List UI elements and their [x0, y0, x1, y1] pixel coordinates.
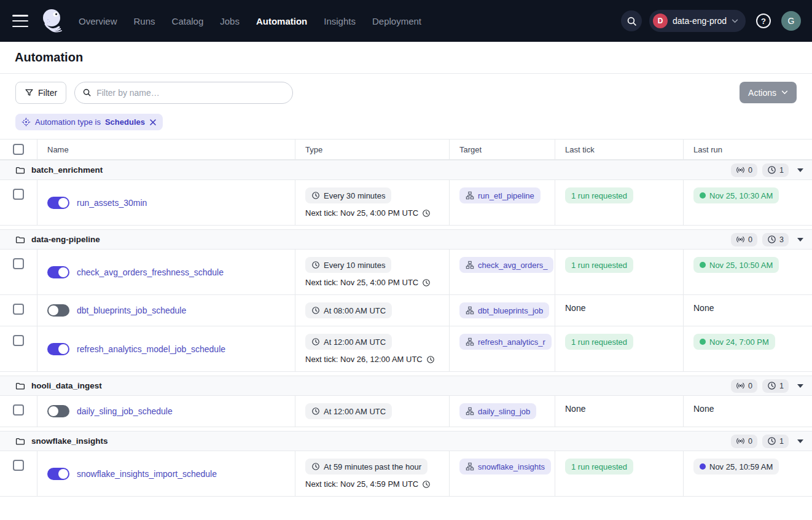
nav-item-overview[interactable]: Overview — [79, 16, 117, 26]
sensor-icon — [736, 436, 745, 446]
table-row: daily_sling_job_schedule At 12:00 AM UTC… — [0, 396, 812, 427]
schedule-name-link[interactable]: daily_sling_job_schedule — [77, 406, 173, 416]
target-label: check_avg_orders_ — [478, 261, 547, 270]
schedule-toggle[interactable] — [47, 304, 69, 317]
automation-type-filter-tag[interactable]: Automation type is Schedules — [15, 114, 163, 130]
sensor-count-badge: 0 — [731, 163, 757, 177]
target-pill[interactable]: daily_sling_job — [459, 403, 536, 419]
nav-right-controls: D data-eng-prod ? G — [621, 10, 801, 32]
schedule-count-badge: 1 — [762, 163, 789, 177]
last-run-pill[interactable]: Nov 24, 7:00 PM — [693, 334, 775, 350]
schedule-type-pill: Every 30 minutes — [305, 187, 391, 203]
filter-button[interactable]: Filter — [15, 82, 66, 104]
filter-button-label: Filter — [38, 88, 57, 98]
column-header-name: Name — [37, 140, 295, 159]
last-run-none: None — [693, 302, 714, 313]
row-checkbox[interactable] — [13, 258, 24, 269]
close-icon[interactable] — [149, 119, 157, 126]
row-checkbox[interactable] — [13, 189, 24, 200]
last-tick-pill[interactable]: 1 run requested — [565, 257, 633, 273]
collapse-group-caret-icon[interactable] — [797, 168, 803, 172]
target-pill[interactable]: snowflake_insights — [459, 459, 551, 475]
menu-icon[interactable] — [12, 15, 28, 27]
select-all-checkbox[interactable] — [13, 144, 24, 155]
group-name: batch_enrichment — [31, 165, 103, 175]
nav-item-catalog[interactable]: Catalog — [172, 16, 204, 26]
last-tick-pill[interactable]: 1 run requested — [565, 334, 633, 350]
actions-button[interactable]: Actions — [740, 82, 797, 103]
row-checkbox[interactable] — [13, 335, 24, 346]
user-avatar[interactable]: G — [781, 11, 801, 31]
schedule-name-link[interactable]: refresh_analytics_model_job_schedule — [77, 344, 225, 354]
target-label: refresh_analytics_r — [478, 337, 545, 347]
search-icon — [627, 16, 637, 26]
clock-icon — [422, 480, 431, 489]
table-row: run_assets_30min Every 30 minutes Next t… — [0, 180, 812, 226]
schedule-count: 3 — [779, 235, 784, 244]
schedule-count: 1 — [779, 166, 784, 175]
collapse-group-caret-icon[interactable] — [797, 384, 803, 388]
dagster-logo-icon[interactable] — [38, 6, 65, 36]
nav-item-runs[interactable]: Runs — [134, 16, 155, 26]
clock-icon — [311, 407, 320, 416]
deployment-avatar: D — [653, 14, 668, 28]
target-pill[interactable]: dbt_blueprints_job — [459, 302, 549, 318]
last-run-pill[interactable]: Nov 25, 10:30 AM — [693, 187, 779, 203]
schedule-name-link[interactable]: dbt_blueprints_job_schedule — [77, 305, 186, 315]
target-label: daily_sling_job — [478, 407, 530, 416]
job-icon — [466, 306, 474, 315]
schedule-name-link[interactable]: run_assets_30min — [77, 198, 147, 208]
schedule-toggle[interactable] — [47, 266, 69, 278]
folder-icon — [15, 235, 25, 245]
schedule-toggle[interactable] — [47, 468, 69, 480]
table-row: refresh_analytics_model_job_schedule At … — [0, 326, 812, 372]
last-run-none: None — [693, 403, 714, 414]
help-button[interactable]: ? — [753, 10, 774, 31]
schedule-name-link[interactable]: check_avg_orders_freshness_schdule — [77, 267, 224, 277]
nav-item-automation[interactable]: Automation — [256, 16, 307, 26]
name-filter-input[interactable] — [96, 88, 285, 98]
search-icon — [82, 88, 92, 97]
last-run-pill[interactable]: Nov 25, 10:59 AM — [693, 459, 779, 475]
schedule-toggle[interactable] — [47, 405, 69, 417]
table-row: snowflake_insights_import_schedule At 59… — [0, 451, 812, 497]
row-checkbox[interactable] — [13, 460, 24, 471]
nav-item-insights[interactable]: Insights — [324, 16, 356, 26]
last-tick-pill[interactable]: 1 run requested — [565, 187, 633, 203]
target-label: dbt_blueprints_job — [478, 306, 543, 315]
nav-item-jobs[interactable]: Jobs — [220, 16, 240, 26]
last-tick-pill[interactable]: 1 run requested — [565, 459, 633, 475]
deployment-switcher[interactable]: D data-eng-prod — [649, 10, 746, 32]
schedule-type-label: At 08:00 AM UTC — [324, 306, 386, 315]
clock-icon — [767, 165, 776, 175]
schedule-name-link[interactable]: snowflake_insights_import_schedule — [77, 469, 217, 479]
schedule-type-pill: At 12:00 AM UTC — [305, 403, 392, 419]
schedule-count-badge: 1 — [762, 435, 789, 448]
search-button[interactable] — [621, 10, 642, 31]
target-pill[interactable]: check_avg_orders_ — [459, 257, 553, 273]
last-run-label: Nov 24, 7:00 PM — [709, 337, 769, 347]
schedule-toggle[interactable] — [47, 197, 69, 209]
last-tick-label: 1 run requested — [571, 337, 627, 347]
target-pill[interactable]: run_etl_pipeline — [459, 187, 541, 203]
filter-tag-prefix: Automation type is — [35, 117, 101, 127]
clock-icon — [311, 462, 320, 471]
collapse-group-caret-icon[interactable] — [797, 439, 803, 443]
group-name: data-eng-pipeline — [31, 235, 100, 244]
collapse-group-caret-icon[interactable] — [797, 238, 803, 242]
last-run-label: Nov 25, 10:30 AM — [709, 191, 773, 200]
filter-funnel-icon — [25, 88, 34, 97]
folder-icon — [15, 165, 25, 175]
last-run-pill[interactable]: Nov 25, 10:50 AM — [693, 257, 779, 273]
nav-item-deployment[interactable]: Deployment — [372, 16, 421, 26]
sensor-icon — [736, 235, 745, 244]
clock-icon — [767, 381, 776, 390]
row-checkbox[interactable] — [13, 304, 24, 315]
column-header-last-run: Last run — [683, 140, 812, 159]
target-pill[interactable]: refresh_analytics_r — [459, 334, 552, 350]
schedule-toggle[interactable] — [47, 343, 69, 355]
clock-icon — [767, 436, 776, 446]
sensor-count: 0 — [748, 382, 752, 390]
row-checkbox[interactable] — [13, 404, 24, 416]
group-section: batch_enrichment 0 1 run_assets_30m — [0, 160, 812, 226]
